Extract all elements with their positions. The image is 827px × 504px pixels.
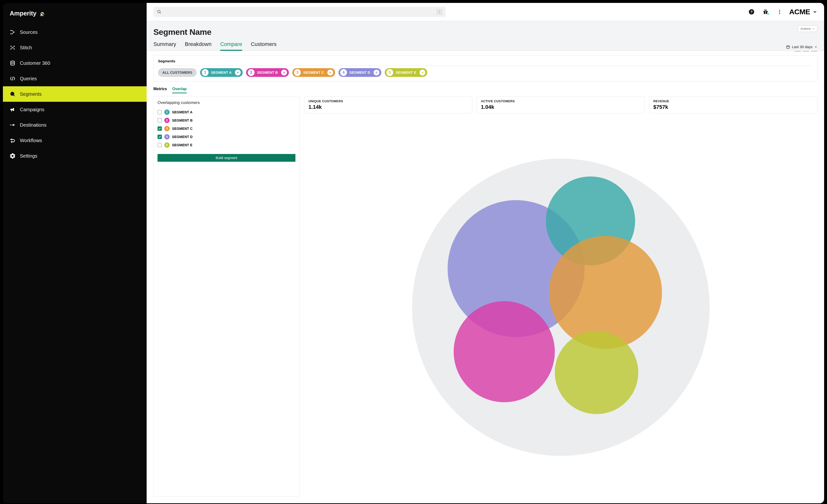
chip-number: 3: [294, 69, 301, 76]
sidebar-item-campaigns[interactable]: Campaigns: [3, 102, 147, 117]
tab-customers[interactable]: Customers: [251, 41, 277, 51]
close-icon: [421, 71, 424, 74]
chip-label: SEGMENT E: [396, 70, 417, 74]
date-range-picker[interactable]: Last 30 days: [786, 45, 817, 49]
gift-notification-dot: [767, 13, 769, 15]
chip-remove-button[interactable]: [235, 70, 241, 75]
sidebar-item-label: Queries: [20, 76, 37, 81]
chip-remove-button[interactable]: [327, 70, 333, 75]
chip-segment-a[interactable]: 1 SEGMENT A: [200, 68, 243, 77]
search-icon: [157, 9, 162, 14]
page-tabs: Summary Breakdown Compare Customers: [153, 41, 817, 51]
segment-chips: ALL CUSTOMERS 1 SEGMENT A 2 SEGMENT B 3 …: [158, 68, 813, 77]
stat-value: 1.14k: [308, 104, 469, 110]
chip-number: 5: [386, 69, 393, 76]
sidebar-item-stitch[interactable]: Stitch: [3, 40, 147, 55]
checkbox-segment-a[interactable]: [157, 110, 162, 114]
segment-row-label: SEGMENT E: [172, 143, 192, 147]
sidebar-item-label: Workflows: [20, 138, 42, 143]
sidebar-item-workflows[interactable]: Workflows: [3, 133, 147, 148]
tenant-name: ACME: [789, 8, 810, 16]
sidebar-item-segments[interactable]: Segments: [3, 86, 147, 102]
sidebar-item-destinations[interactable]: Destinations: [3, 117, 147, 133]
svg-rect-17: [765, 11, 766, 14]
main-panel: / ? ACME Segment Name: [147, 3, 824, 503]
actions-button[interactable]: Actions: [798, 25, 817, 32]
svg-point-0: [44, 13, 45, 14]
chip-label: SEGMENT D: [349, 70, 371, 74]
chip-segment-d[interactable]: 4 SEGMENT D: [339, 68, 381, 77]
campaigns-icon: [10, 107, 15, 112]
search-input[interactable]: [164, 9, 434, 14]
page-header: Segment Name Summary Breakdown Compare C…: [147, 21, 824, 51]
tenant-picker[interactable]: ACME: [789, 8, 817, 16]
overlap-row-segment-a: 1 SEGMENT A: [157, 110, 295, 115]
svg-point-11: [10, 124, 11, 125]
search-box[interactable]: /: [153, 7, 445, 17]
help-icon[interactable]: ?: [748, 9, 755, 15]
checkbox-segment-c[interactable]: [157, 126, 162, 131]
svg-rect-21: [787, 46, 789, 48]
overlap-side-panel: Overlapping customers 1 SEGMENT A 2 SEGM…: [153, 96, 299, 497]
sidebar-item-label: Destinations: [20, 122, 46, 128]
build-segment-button[interactable]: Build segment: [157, 154, 295, 162]
chip-remove-button[interactable]: [420, 70, 425, 75]
sources-icon: [10, 29, 15, 35]
tab-summary[interactable]: Summary: [153, 41, 176, 51]
chip-number: 2: [248, 69, 254, 76]
segment-number-badge: 3: [164, 126, 169, 131]
chip-label: SEGMENT C: [303, 70, 325, 74]
chip-segment-b[interactable]: 2 SEGMENT B: [246, 68, 289, 77]
chip-remove-button[interactable]: [374, 70, 379, 75]
chip-remove-button[interactable]: [281, 70, 287, 75]
sidebar-item-queries[interactable]: Queries: [3, 71, 147, 86]
checkbox-segment-d[interactable]: [157, 135, 162, 139]
segment-number-badge: 4: [164, 134, 169, 139]
tab-breakdown[interactable]: Breakdown: [185, 41, 211, 51]
stat-label: UNIQUE CUSTOMERS: [308, 99, 469, 103]
overlap-row-segment-c: 3 SEGMENT C: [157, 126, 295, 131]
search-slash-hint: /: [437, 9, 442, 14]
customer360-icon: [10, 60, 15, 66]
overlap-row-segment-d: 4 SEGMENT D: [157, 134, 295, 139]
close-icon: [375, 71, 378, 74]
check-icon: [158, 135, 161, 138]
segments-icon: [10, 91, 15, 97]
segment-row-label: SEGMENT A: [172, 110, 193, 114]
venn-bubble-segment-b[interactable]: [454, 301, 555, 402]
topbar: / ? ACME: [147, 3, 824, 21]
segment-number-badge: 1: [164, 110, 169, 115]
chip-segment-e[interactable]: 5 SEGMENT E: [385, 68, 427, 77]
date-range-indicator: [794, 51, 817, 52]
sidebar-item-sources[interactable]: Sources: [3, 24, 147, 40]
gift-icon[interactable]: [763, 9, 769, 15]
stat-value: 1.04k: [481, 104, 641, 110]
tab-compare[interactable]: Compare: [220, 41, 242, 51]
stat-row: UNIQUE CUSTOMERS 1.14k ACTIVE CUSTOMERS …: [304, 96, 817, 113]
kebab-menu-icon[interactable]: [777, 9, 782, 15]
queries-icon: [10, 76, 15, 81]
checkbox-segment-b[interactable]: [157, 118, 162, 122]
topbar-icons: ?: [748, 9, 782, 15]
sidebar-item-settings[interactable]: Settings: [3, 148, 147, 164]
subtab-overlap[interactable]: Overlap: [172, 87, 187, 93]
svg-point-20: [779, 13, 780, 14]
chip-number: 1: [202, 69, 208, 76]
stitch-icon: [10, 45, 15, 51]
venn-bubble-segment-e[interactable]: [555, 331, 638, 414]
venn-diagram-container: [304, 118, 817, 497]
svg-point-10: [12, 93, 13, 94]
segment-number-badge: 2: [164, 118, 169, 123]
checkbox-segment-e[interactable]: [157, 143, 162, 147]
overlap-metrics-area: UNIQUE CUSTOMERS 1.14k ACTIVE CUSTOMERS …: [304, 96, 817, 497]
chip-all-customers[interactable]: ALL CUSTOMERS: [158, 68, 197, 77]
sidebar-item-customer360[interactable]: Customer 360: [3, 55, 147, 71]
svg-point-18: [779, 10, 780, 11]
close-icon: [283, 71, 286, 74]
svg-text:?: ?: [750, 10, 752, 14]
subtab-metrics[interactable]: Metrics: [153, 87, 167, 93]
chip-segment-c[interactable]: 3 SEGMENT C: [292, 68, 335, 77]
stat-unique-customers: UNIQUE CUSTOMERS 1.14k: [304, 96, 473, 113]
chevron-down-icon: [812, 27, 815, 30]
sidebar-item-label: Settings: [20, 153, 37, 159]
